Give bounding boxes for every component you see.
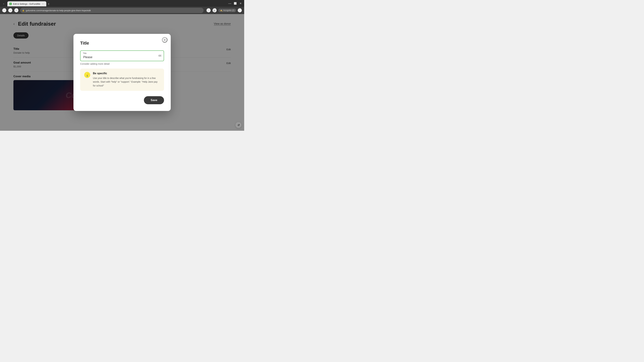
tab-bar: G Edit & Settings - GoFundMe × + [8, 0, 225, 6]
reload-btn[interactable]: ↻ [14, 8, 19, 13]
title-input[interactable] [80, 50, 164, 61]
page-content: ‹ Edit fundraiser View as donor Details … [0, 14, 244, 131]
url-text: gofundme.com/manage/donate-to-help-peopl… [26, 9, 202, 12]
tab-title: Edit & Settings - GoFundMe [13, 3, 40, 5]
tip-box: 💡 Be specific Use your title to describe… [80, 68, 164, 91]
modal-title: Title [80, 40, 164, 46]
tip-title: Be specific [93, 72, 160, 75]
close-btn[interactable]: ✕ [238, 1, 243, 6]
incognito-label: Incognito (2) [223, 9, 234, 11]
browser-titlebar: ⌄ G Edit & Settings - GoFundMe × + — ⬜ ✕ [0, 0, 244, 7]
url-bar[interactable]: 🔒 gofundme.com/manage/donate-to-help-peo… [20, 8, 204, 13]
tip-content: Be specific Use your title to describe w… [93, 72, 160, 87]
modal-footer: Save [80, 96, 164, 104]
back-nav-btn[interactable]: ← [2, 8, 7, 13]
tab-close-btn[interactable]: × [42, 2, 44, 5]
tip-body: Use your title to describe what you're f… [93, 76, 160, 87]
forward-nav-btn[interactable]: → [8, 8, 13, 13]
tab-favicon: G [10, 3, 12, 5]
modal-close-btn[interactable]: × [162, 37, 167, 42]
window-controls: ⌄ [1, 1, 6, 6]
char-count: 44 [158, 54, 161, 57]
title-input-label: Title [83, 52, 86, 54]
bookmark-btn[interactable]: ☆ [206, 8, 211, 13]
incognito-badge[interactable]: 🕵 Incognito (2) [218, 8, 236, 12]
active-tab[interactable]: G Edit & Settings - GoFundMe × [8, 1, 46, 6]
title-input-group: Title 44 [80, 50, 164, 61]
modal: × Title Title 44 Consider adding more de… [74, 34, 171, 111]
minimize-btn[interactable]: — [228, 1, 232, 6]
incognito-icon: 🕵 [220, 9, 222, 11]
profiles-btn[interactable]: ◧ [212, 8, 217, 13]
menu-btn[interactable]: ⋮ [238, 8, 242, 13]
browser-chrome: ⌄ G Edit & Settings - GoFundMe × + — ⬜ ✕… [0, 0, 244, 14]
maximize-btn[interactable]: ⬜ [233, 1, 238, 6]
save-btn[interactable]: Save [144, 96, 164, 104]
window-expand-btn[interactable]: ⌄ [1, 1, 6, 6]
security-icon: 🔒 [22, 9, 24, 11]
tip-icon: 💡 [84, 72, 90, 78]
address-bar: ← → ↻ 🔒 gofundme.com/manage/donate-to-he… [0, 7, 244, 14]
new-tab-btn[interactable]: + [46, 2, 51, 6]
hint-text: Consider adding more detail [80, 62, 164, 65]
url-actions: ☆ ◧ 🕵 Incognito (2) ⋮ [206, 8, 242, 13]
modal-overlay: × Title Title 44 Consider adding more de… [0, 14, 244, 131]
